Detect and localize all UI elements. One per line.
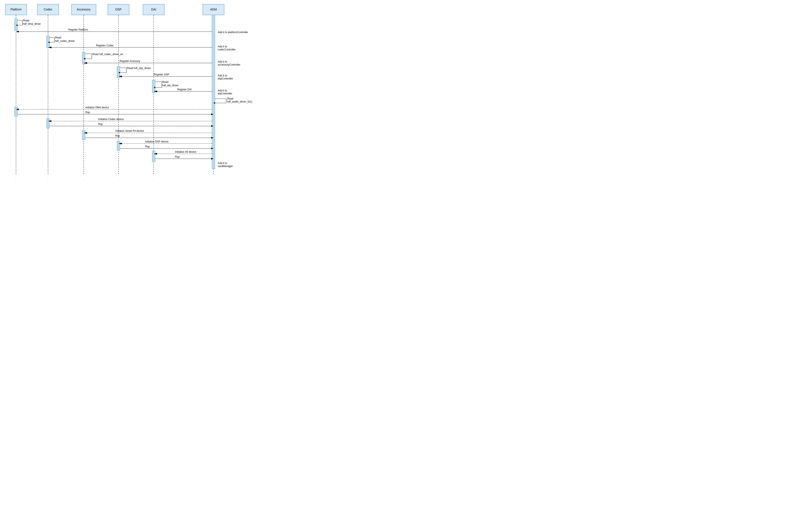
msg-codec-self-arrow [49, 37, 54, 42]
continuation-dot-codec: . [47, 176, 48, 180]
msg-platform-self-arrow [17, 20, 22, 25]
msg-add-card-note2: cardManager [218, 165, 233, 168]
msg-rsp-platform-text: Rsp [85, 111, 90, 114]
msg-dai-self-arrow [155, 81, 162, 88]
activation-codec-2 [46, 119, 49, 128]
msg-accessory-self-arrow [85, 54, 92, 59]
continuation-dot-adm: . [213, 176, 214, 180]
msg-add-dsp-note2: dspController [218, 77, 233, 80]
msg-rsp-dai-text: Rsp [175, 155, 180, 158]
actor-dai-label: DAI [151, 8, 156, 11]
msg-register-accessory-text: Register Acessory [119, 59, 140, 62]
msg-add-accessory-note1: Add it to [218, 60, 227, 63]
msg-init-dma-text: Initialize DMA device [85, 106, 109, 109]
msg-rsp-accessory-text: Rsp [115, 134, 120, 137]
msg-add-platform-note1: Add it to platformController [218, 31, 248, 34]
msg-register-platform-head [16, 31, 19, 32]
msg-add-dsp-note1: Add it to [218, 74, 227, 77]
msg-init-smartpa-text: Initialize Smart PA device [115, 130, 144, 133]
continuation-dot-accessory: . [83, 176, 84, 180]
actor-dsp-label: DSP [115, 8, 122, 11]
msg-codec-self-text1: Read [55, 36, 61, 39]
msg-add-accessory-note2: accessoryController [218, 63, 240, 66]
msg-dsp-self-arrow [120, 68, 126, 72]
msg-dai-self-text2: hdf_dai_driver [162, 84, 179, 87]
continuation-dot-dsp: . [118, 176, 119, 180]
msg-dai-self-text1: Read [162, 80, 169, 83]
activation-dai-2 [152, 151, 155, 162]
msg-add-codec-note2: codecController [218, 48, 236, 51]
activation-adm-main [212, 15, 215, 169]
msg-init-iis-text: Initialize IIS device [175, 150, 196, 153]
msg-add-dai-note2: daiController [218, 92, 232, 95]
msg-add-card-note1: Add it to [218, 162, 227, 165]
actor-platform-label: Platform [10, 8, 22, 11]
msg-init-dsp-text: Initialize DSP device [145, 140, 169, 143]
msg-adm-self-text1: Read [227, 97, 233, 100]
msg-register-dai-text: Register DAI [177, 88, 192, 91]
activation-accessory-2 [82, 130, 85, 140]
msg-init-codec-text: Initialize Codec device [98, 118, 124, 121]
actor-adm-label: ADM [210, 8, 217, 11]
msg-dsp-self-text1: Read hdf_dsp_driver [127, 67, 151, 70]
msg-rsp-codec-text: Rsp [98, 123, 103, 126]
activation-dai-1 [152, 80, 155, 93]
continuation-dot-platform: . [15, 176, 16, 180]
msg-add-codec-note1: Add it to [218, 45, 227, 48]
msg-adm-self-text2: hdf_audio_driver_0(1) [227, 100, 252, 103]
msg-adm-self-arrow [215, 99, 226, 103]
msg-add-dai-note1: Add it to [218, 89, 227, 92]
activation-dsp-2 [117, 141, 120, 151]
actor-codec-label: Codec [44, 8, 52, 11]
msg-accessory-self-text1: Read hdf_codec_driver_ex [92, 53, 123, 56]
continuation-dot-dai: . [153, 176, 154, 180]
activation-platform-2 [14, 107, 17, 117]
msg-platform-self-text1: Read [23, 19, 29, 22]
sequence-diagram: Platform Codec Accessory DSP DAI ADM Rea… [0, 0, 299, 186]
msg-codec-self-text2: hdf_codec_driver [55, 39, 75, 42]
actor-accessory-label: Accessory [77, 8, 91, 11]
msg-rsp-dsp-text: Rsp [145, 145, 150, 148]
msg-register-dsp-text: Register DSP [154, 73, 169, 76]
msg-platform-self-text2: hdf_dma_driver [23, 22, 41, 25]
msg-register-platform-text: Register Platform [68, 28, 88, 31]
msg-register-codec-text: Register Codec [96, 44, 114, 47]
